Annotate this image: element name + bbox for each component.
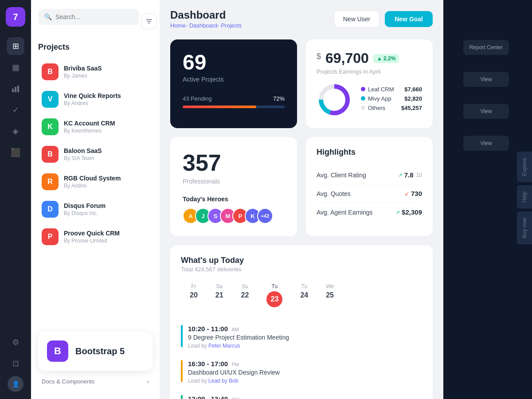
sidebar-icon-grid[interactable]: ⊞ xyxy=(7,37,24,55)
page-title: Dashboard xyxy=(170,9,242,21)
highlight-metric: Avg. Agent Earnings xyxy=(317,209,373,216)
project-name: Baloon SaaS xyxy=(64,147,149,154)
cards-row-1: 69 Active Projects 43 Pending 72% $ 69,7… xyxy=(170,39,433,128)
calendar-day[interactable]: Su 22 xyxy=(232,280,258,311)
project-item[interactable]: B Baloon SaaS By SIA Team xyxy=(38,141,153,167)
earnings-currency: $ xyxy=(317,52,321,61)
pending-label: 43 Pending xyxy=(183,95,212,102)
svg-rect-1 xyxy=(15,87,16,92)
progress-bar-bg xyxy=(183,106,285,108)
svg-rect-2 xyxy=(17,86,19,92)
day-name: Sa xyxy=(216,283,223,289)
events-list: 10:20 - 11:00 AM 9 Degree Project Estima… xyxy=(181,320,422,399)
sidebar-icon-layers[interactable]: ◈ xyxy=(7,122,24,140)
projects-list: B Briviba SaaS By James V Vine Quick Rep… xyxy=(38,59,153,251)
view-button-1[interactable]: View xyxy=(463,72,509,87)
event-time: 16:30 - 17:00 xyxy=(188,360,228,368)
sidebar-icon-chart[interactable] xyxy=(7,80,24,98)
project-info: Disqus Forum By Disqus Inc. xyxy=(64,202,149,216)
docs-bar[interactable]: Docs & Components › xyxy=(38,372,153,390)
trend-down-icon: ↙ xyxy=(405,191,409,197)
project-name: KC Account CRM xyxy=(64,120,149,127)
calendar-day[interactable]: Tu 24 xyxy=(291,280,317,311)
project-item[interactable]: K KC Account CRM By Keenthemes xyxy=(38,114,153,140)
project-logo: B xyxy=(42,63,59,80)
legend-dot xyxy=(361,87,365,91)
search-input[interactable] xyxy=(55,13,133,20)
legend-dot xyxy=(361,106,365,110)
buynow-tab[interactable]: Buy now xyxy=(517,211,532,244)
event-indicator xyxy=(181,395,183,399)
event-title: 9 Degree Project Estimation Meeting xyxy=(188,334,289,341)
professionals-number: 357 xyxy=(183,149,285,176)
right-panel: Explore Help Buy now Report Center View … xyxy=(443,0,532,399)
search-bar: 🔍 xyxy=(38,9,139,25)
whats-up-subtitle: Total 424,567 deliveries xyxy=(181,266,422,273)
calendar-day[interactable]: Fr 20 xyxy=(181,280,207,311)
new-goal-button[interactable]: New Goal xyxy=(385,11,433,27)
project-logo: P xyxy=(42,228,59,245)
event-lead-link[interactable]: Lead by Bob xyxy=(208,378,238,384)
projects-panel: 🔍 Projects B Briviba SaaS By James V Vin… xyxy=(31,0,160,399)
project-item[interactable]: P Proove Quick CRM By Proove Limited xyxy=(38,224,153,250)
legend-item: Leaf CRM $7,660 xyxy=(361,86,422,93)
earnings-label: Projects Earnings in April xyxy=(317,68,422,75)
calendar-day[interactable]: We 25 xyxy=(317,280,343,311)
day-number: 25 xyxy=(326,291,334,299)
calendar-day[interactable]: Sa 21 xyxy=(207,280,232,311)
event-details: 12:00 - 13:40 AM Marketing Campaign Disc… xyxy=(188,395,277,399)
project-item[interactable]: D Disqus Forum By Disqus Inc. xyxy=(38,196,153,222)
project-logo: R xyxy=(42,173,59,190)
project-item[interactable]: B Briviba SaaS By James xyxy=(38,59,153,85)
filter-button[interactable] xyxy=(141,13,157,29)
view-button-3[interactable]: View xyxy=(463,136,509,151)
highlights-card: Highlights Avg. Client Rating ↗ 7.8 10 A… xyxy=(306,137,433,236)
project-item[interactable]: V Vine Quick Reports By Andres xyxy=(38,86,153,112)
sidebar-icon-check[interactable]: ✓ xyxy=(7,101,24,119)
progress-bar-fill xyxy=(183,106,256,108)
user-avatar[interactable]: 👤 xyxy=(8,376,23,392)
pending-row: 43 Pending 72% xyxy=(183,95,285,102)
project-author: By Andres xyxy=(64,100,149,106)
cards-row-2: 357 Professionals Today's Heroes AJSMPK+… xyxy=(170,137,433,236)
report-center-button[interactable]: Report Center xyxy=(463,40,509,55)
bootstrap-logo: B xyxy=(47,340,68,362)
event-period: AM xyxy=(232,327,239,332)
sidebar-icon-layout[interactable]: ▦ xyxy=(7,59,24,76)
view-button-2[interactable]: View xyxy=(463,104,509,119)
explore-tab[interactable]: Explore xyxy=(517,152,532,182)
avatars-row: AJSMPK+42 xyxy=(183,208,285,224)
project-item[interactable]: R RGB Cloud System By Andrei xyxy=(38,169,153,195)
highlight-value: 730 xyxy=(411,190,422,197)
svg-rect-0 xyxy=(12,89,14,92)
sidebar-icon-grid2[interactable]: ⊡ xyxy=(7,355,24,372)
highlight-value: 7.8 xyxy=(404,171,414,179)
help-tab[interactable]: Help xyxy=(517,185,532,209)
project-logo: V xyxy=(42,91,59,108)
header-actions: New User New Goal xyxy=(334,11,433,27)
bootstrap-name: Bootstrap 5 xyxy=(75,346,125,356)
active-projects-card: 69 Active Projects 43 Pending 72% xyxy=(170,39,297,128)
donut-chart xyxy=(317,82,352,117)
professionals-card: 357 Professionals Today's Heroes AJSMPK+… xyxy=(170,137,297,236)
event-lead: Lead by Peter Marcus xyxy=(188,343,289,349)
docs-label: Docs & Components xyxy=(42,378,94,385)
sidebar-icon-briefcase[interactable]: ⬛ xyxy=(7,144,24,161)
sidebar-nav: 7 ⊞ ▦ ✓ ◈ ⬛ ⚙ ⊡ 👤 xyxy=(0,0,31,399)
earnings-chart-row: Leaf CRM $7,660 Mivy App $2,820 Others $… xyxy=(317,82,422,117)
user-number-badge: 7 xyxy=(6,7,25,27)
event-lead-link[interactable]: Peter Marcus xyxy=(208,343,240,349)
legend-value: $2,820 xyxy=(404,95,422,102)
breadcrumb-home[interactable]: Home- xyxy=(170,22,188,29)
earnings-badge: ▲ 2.2% xyxy=(373,54,399,63)
header-left: Dashboard Home- Dashboard- Projects xyxy=(170,9,242,29)
sidebar-icon-settings[interactable]: ⚙ xyxy=(7,333,24,351)
breadcrumb-dashboard[interactable]: Dashboard- xyxy=(189,22,219,29)
new-user-button[interactable]: New User xyxy=(334,11,379,27)
pending-pct: 72% xyxy=(273,95,285,102)
professionals-label: Professionals xyxy=(183,178,285,185)
highlight-row: Avg. Quotes ↙ 730 xyxy=(317,184,422,203)
legend-left: Others xyxy=(361,105,385,111)
highlight-metric: Avg. Quotes xyxy=(317,190,351,197)
calendar-day[interactable]: Tu 23 xyxy=(258,280,291,311)
